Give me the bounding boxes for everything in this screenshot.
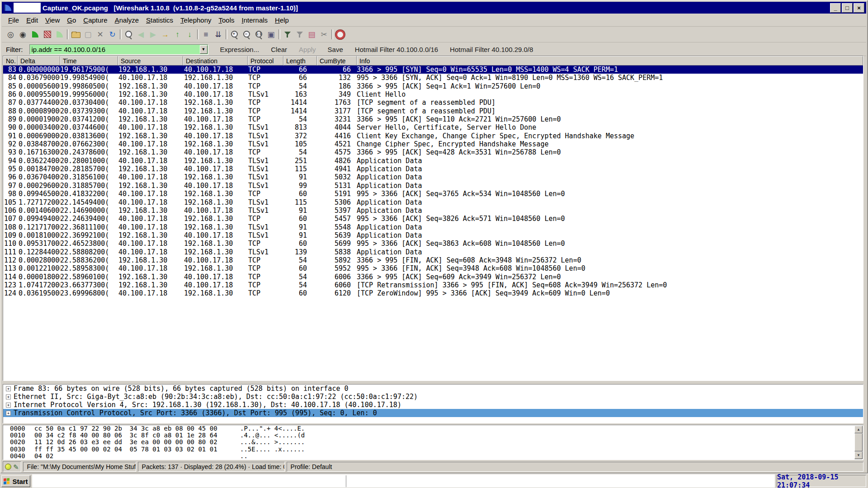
colorize-icon[interactable]: ≡ [200,28,212,41]
zoom-out-icon[interactable]: − [241,28,253,41]
detail-row[interactable]: Ethernet II, Src: Giga-Byt_3c:a8:eb (90:… [3,393,863,401]
close-button[interactable]: × [854,3,864,13]
detail-row[interactable]: Transmission Control Protocol, Src Port:… [3,409,863,417]
packet-row[interactable]: 114 0.000018000 22.58960100( 192.168.1.3… [3,273,863,281]
packet-row[interactable]: 93 0.167163000 20.24378600( 192.168.1.30… [3,148,863,156]
hotmail-filter-2-button[interactable]: Hotmail Filter 40.100.29.0/8 [450,46,533,53]
capture-start-icon[interactable] [29,28,41,41]
column-header[interactable]: No. [3,56,18,66]
coloring-rules-icon[interactable]: ▤ [306,28,318,41]
find-packet-icon[interactable] [123,28,135,41]
packet-row[interactable]: 90 0.000034000 20.03744600( 40.100.17.18… [3,123,863,131]
apply-button[interactable]: Apply [299,46,316,53]
resize-columns-icon[interactable]: ▣ [265,28,277,41]
capture-options-icon[interactable]: ◉ [17,28,29,41]
packet-row[interactable]: 94 0.036224000 20.28001000( 40.100.17.18… [3,157,863,165]
packet-row[interactable]: 108 0.121717000 22.36811100( 40.100.17.1… [3,223,863,231]
hotmail-filter-1-button[interactable]: Hotmail Filter 40.100.0.0/16 [355,46,438,53]
packet-row[interactable]: 123 1.074172000 23.66377300( 192.168.1.3… [3,281,863,289]
capture-filter-icon[interactable] [281,28,293,41]
packet-row[interactable]: 105 1.727172000 22.14549400( 40.100.17.1… [3,198,863,206]
packet-row[interactable]: 110 0.095317000 22.46523800( 40.100.17.1… [3,239,863,248]
open-file-icon[interactable] [70,28,82,41]
filter-dropdown-icon[interactable]: ▼ [200,45,208,54]
expand-icon[interactable] [6,386,11,391]
maximize-button[interactable]: □ [842,3,853,13]
menu-item[interactable]: Tools [215,15,238,25]
packet-row[interactable]: 88 0.000089000 20.03739300( 40.100.17.18… [3,107,863,115]
expand-icon[interactable] [6,411,11,416]
expand-icon[interactable] [6,394,11,399]
go-to-top-icon[interactable]: ↑ [171,28,184,41]
close-file-icon[interactable]: ✕ [94,28,106,41]
go-forward-icon[interactable]: ▶ [147,28,159,41]
packet-row[interactable]: 98 0.099465000 20.41832200( 40.100.17.18… [3,190,863,198]
packet-row[interactable]: 83 0.000000000 19.96175900( 192.168.1.30… [3,66,863,74]
packet-row[interactable]: 96 0.036704000 20.31856100( 40.100.17.18… [3,173,863,181]
menu-item[interactable]: Internals [238,15,272,25]
packet-row[interactable]: 112 0.000280000 22.58836200( 192.168.1.3… [3,256,863,264]
column-header[interactable]: Protocol [248,56,283,66]
capture-stop-icon[interactable] [41,28,53,41]
packet-row[interactable]: 89 0.000019000 20.03741200( 192.168.1.30… [3,115,863,123]
menu-item[interactable]: Help [271,15,292,25]
column-header[interactable]: Info [357,56,863,66]
expand-icon[interactable] [6,403,11,408]
detail-row[interactable]: Internet Protocol Version 4, Src: 192.16… [3,401,863,409]
packet-row[interactable]: 91 0.000690000 20.03813600( 192.168.1.30… [3,132,863,140]
hex-scrollbar[interactable]: ▲ ▼ [854,426,863,459]
autoscroll-icon[interactable]: ⇊ [212,28,224,41]
menu-item[interactable]: File [5,15,23,25]
column-header[interactable]: Source [118,56,183,66]
minimize-button[interactable]: _ [830,3,841,13]
go-to-packet-icon[interactable]: → [159,28,171,41]
scrollbar-thumb[interactable] [854,433,863,451]
expression-button[interactable]: Expression... [220,46,259,53]
save-file-icon[interactable]: ▢ [82,28,94,41]
menu-item[interactable]: Statistics [142,15,177,25]
packet-row[interactable]: 107 0.099494000 22.24639400( 40.100.17.1… [3,215,863,223]
detail-row[interactable]: Frame 83: 66 bytes on wire (528 bits), 6… [3,385,863,393]
scroll-down-icon[interactable]: ▼ [854,451,863,459]
capture-restart-icon[interactable] [53,28,66,41]
packet-row[interactable]: 111 0.122844000 22.58808200( 40.100.17.1… [3,248,863,256]
go-back-icon[interactable]: ◀ [135,28,147,41]
packet-row[interactable]: 124 0.036195000 23.69996800( 40.100.17.1… [3,289,863,297]
packet-row[interactable]: 97 0.000296000 20.31885700( 192.168.1.30… [3,182,863,190]
display-filter-icon[interactable] [293,28,306,41]
menu-item[interactable]: Analyze [111,15,142,25]
list-interfaces-icon[interactable]: ◎ [5,28,17,41]
menu-item[interactable]: Edit [23,15,42,25]
go-to-bottom-icon[interactable]: ↓ [184,28,196,41]
help-icon[interactable] [334,28,346,41]
scroll-up-icon[interactable]: ▲ [854,426,863,433]
menu-item[interactable]: View [42,15,63,25]
zoom-in-icon[interactable]: + [228,28,241,41]
start-button[interactable]: Start [1,475,30,487]
annotation-pencil-icon[interactable]: ✎ [13,464,19,470]
reload-icon[interactable]: ↻ [106,28,118,41]
zoom-100-icon[interactable]: 1:1 [253,28,265,41]
packet-row[interactable]: 86 0.000955000 19.99956000( 192.168.1.30… [3,90,863,99]
menu-item[interactable]: Capture [80,15,111,25]
preferences-icon[interactable]: ✂ [318,28,330,41]
packet-row[interactable]: 106 0.001406000 22.14690000( 192.168.1.3… [3,206,863,215]
column-header[interactable]: CumByte [317,56,357,66]
packet-row[interactable]: 109 0.001810000 22.36992100( 192.168.1.3… [3,231,863,239]
packet-row[interactable]: 92 0.038487000 20.07662300( 40.100.17.18… [3,140,863,148]
menu-item[interactable]: Go [63,15,80,25]
menu-item[interactable]: Telephony [177,15,215,25]
packet-row[interactable]: 95 0.001847000 20.28185700( 192.168.1.30… [3,165,863,173]
clear-button[interactable]: Clear [271,46,287,53]
column-header[interactable]: Delta [18,56,60,66]
packet-row[interactable]: 85 0.000056000 19.99860500( 192.168.1.30… [3,82,863,90]
packet-row[interactable]: 84 0.036790000 19.99854900( 40.100.17.18… [3,74,863,82]
taskbar-clock[interactable]: Sat, 2018-09-15 21:07:34 [777,475,866,487]
save-button[interactable]: Save [328,46,343,53]
column-header[interactable]: Destination [183,56,248,66]
packet-row[interactable]: 87 0.037744000 20.03730400( 40.100.17.18… [3,99,863,107]
column-header[interactable]: Length [283,56,317,66]
expert-info-icon[interactable] [5,464,11,470]
packet-row[interactable]: 113 0.001221000 22.58958300( 40.100.17.1… [3,264,863,272]
filter-input[interactable] [30,46,200,53]
